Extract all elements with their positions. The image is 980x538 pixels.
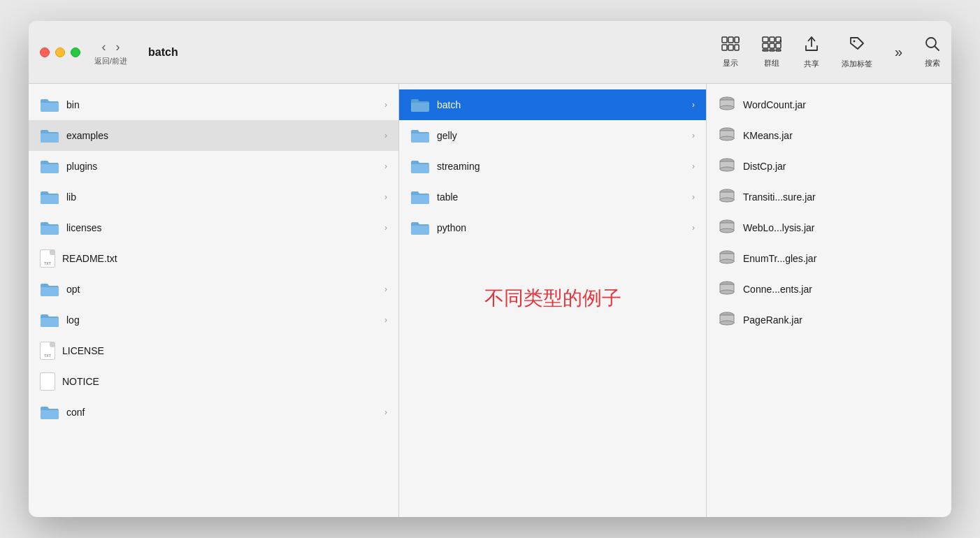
txt-file-icon: TXT <box>40 342 55 360</box>
titlebar: ‹ › 返回/前进 batch ▾ <box>29 21 951 84</box>
svg-point-44 <box>720 321 734 325</box>
group-label: 群组 <box>764 58 779 68</box>
list-item[interactable]: gelly › <box>399 120 706 151</box>
folder-icon <box>40 282 59 297</box>
more-icon: » <box>895 44 902 60</box>
toolbar-share[interactable]: 共享 <box>804 36 819 69</box>
toolbar-actions: ▾ 显示 ▾ <box>721 36 940 69</box>
search-icon <box>925 36 940 55</box>
folder-icon <box>40 405 59 420</box>
file-name: table <box>437 191 692 203</box>
chevron-icon: › <box>384 161 387 171</box>
list-item[interactable]: WebLo...lysis.jar <box>707 212 951 243</box>
list-item[interactable]: table › <box>399 182 706 212</box>
toolbar-more[interactable]: » <box>895 44 902 60</box>
close-button[interactable] <box>40 48 50 57</box>
svg-rect-4 <box>728 45 733 50</box>
folder-icon <box>40 159 59 174</box>
list-item[interactable]: Transiti...sure.jar <box>707 182 951 212</box>
svg-point-41 <box>720 290 734 294</box>
svg-rect-10 <box>763 43 768 48</box>
list-item[interactable]: streaming › <box>399 151 706 182</box>
right-pane: WordCount.jar KMeans.jar <box>707 84 951 517</box>
txt-file-icon: TXT <box>40 249 55 268</box>
file-name: licenses <box>66 222 384 233</box>
file-name: gelly <box>437 130 692 141</box>
file-name: bin <box>66 99 384 110</box>
folder-icon <box>410 159 430 174</box>
window-title: batch <box>148 46 178 59</box>
nav-label: 返回/前进 <box>94 56 127 66</box>
file-icon <box>40 372 55 391</box>
list-item[interactable]: python › <box>399 212 706 243</box>
list-item[interactable]: DistCp.jar <box>707 151 951 182</box>
file-name: WebLo...lysis.jar <box>743 222 940 233</box>
list-item[interactable]: PageRank.jar <box>707 305 951 335</box>
chevron-icon: › <box>384 407 387 417</box>
list-item[interactable]: log › <box>29 305 398 335</box>
file-name: KMeans.jar <box>743 130 940 141</box>
file-name: Conne...ents.jar <box>743 284 940 295</box>
svg-point-29 <box>720 167 734 171</box>
folder-icon <box>40 220 59 235</box>
list-item[interactable]: Conne...ents.jar <box>707 274 951 305</box>
list-item[interactable]: WordCount.jar <box>707 89 951 120</box>
svg-point-32 <box>720 198 734 202</box>
toolbar-search[interactable]: 搜索 <box>925 36 940 68</box>
chevron-icon: › <box>692 161 695 171</box>
toolbar-group[interactable]: ▾ 群组 <box>762 36 781 68</box>
list-item[interactable]: lib › <box>29 182 398 212</box>
chevron-icon: › <box>384 131 387 140</box>
svg-rect-7 <box>763 37 768 42</box>
file-name: log <box>66 314 384 326</box>
list-item[interactable]: TXT LICENSE <box>29 335 398 366</box>
folder-icon <box>410 220 430 235</box>
list-item[interactable]: bin › <box>29 89 398 120</box>
folder-icon <box>40 312 59 328</box>
folder-icon <box>40 128 59 143</box>
chevron-icon: › <box>384 223 387 233</box>
toolbar-display[interactable]: ▾ 显示 <box>721 36 740 68</box>
search-label: 搜索 <box>925 58 940 68</box>
forward-button[interactable]: › <box>112 38 124 56</box>
list-item[interactable]: conf › <box>29 397 398 428</box>
chevron-icon: › <box>692 223 695 233</box>
list-item[interactable]: KMeans.jar <box>707 120 951 151</box>
svg-text:▾: ▾ <box>738 36 740 43</box>
svg-rect-0 <box>722 37 727 43</box>
list-item[interactable]: TXT README.txt <box>29 243 398 274</box>
svg-point-18 <box>853 40 855 42</box>
svg-rect-5 <box>735 45 739 50</box>
file-name: plugins <box>66 161 384 172</box>
folder-icon <box>410 128 430 143</box>
list-item[interactable]: opt › <box>29 274 398 305</box>
file-name: PageRank.jar <box>743 314 940 326</box>
svg-line-20 <box>935 46 939 50</box>
svg-rect-3 <box>722 45 727 50</box>
share-icon <box>804 36 819 56</box>
jar-icon <box>718 189 736 205</box>
finder-window: ‹ › 返回/前进 batch ▾ <box>29 21 951 517</box>
maximize-button[interactable] <box>71 48 80 57</box>
list-item[interactable]: plugins › <box>29 151 398 182</box>
list-item[interactable]: EnumTr...gles.jar <box>707 243 951 274</box>
list-item[interactable]: batch › <box>399 89 706 120</box>
minimize-button[interactable] <box>55 48 65 57</box>
tag-icon <box>849 36 865 56</box>
toolbar-tag[interactable]: 添加标签 <box>842 36 872 69</box>
chevron-icon: › <box>692 192 695 202</box>
tag-label: 添加标签 <box>842 59 872 69</box>
title-area: batch <box>148 46 178 59</box>
file-name: python <box>437 222 692 233</box>
traffic-lights <box>40 48 80 57</box>
chevron-icon: › <box>384 315 387 325</box>
list-item[interactable]: examples › <box>29 120 398 151</box>
annotation-text: 不同类型的例子 <box>399 271 706 326</box>
list-item[interactable]: licenses › <box>29 212 398 243</box>
display-icon: ▾ <box>721 36 740 55</box>
svg-rect-15 <box>776 50 781 51</box>
file-name: lib <box>66 191 384 203</box>
back-button[interactable]: ‹ <box>98 38 110 56</box>
file-name: LICENSE <box>62 345 387 356</box>
list-item[interactable]: NOTICE <box>29 366 398 397</box>
